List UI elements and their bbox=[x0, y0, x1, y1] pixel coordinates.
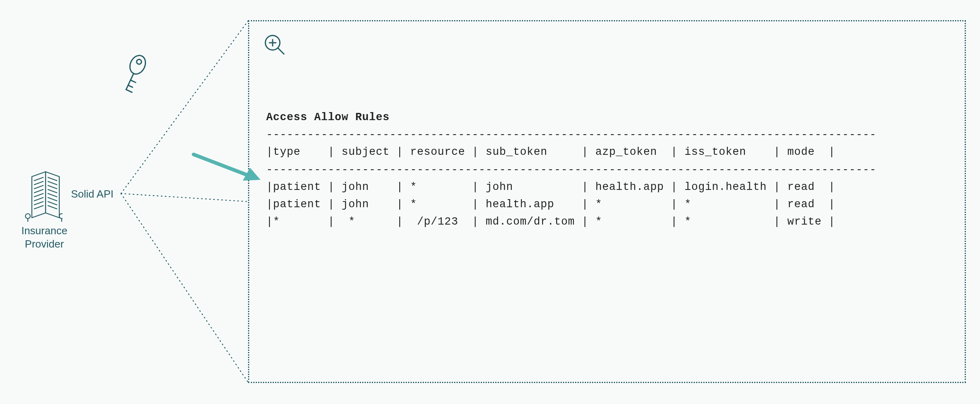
rules-title: Access Allow Rules bbox=[266, 111, 390, 123]
svg-line-30 bbox=[121, 194, 248, 382]
svg-point-23 bbox=[136, 58, 142, 65]
svg-line-26 bbox=[128, 85, 133, 87]
key-icon bbox=[113, 52, 153, 97]
svg-line-5 bbox=[34, 190, 43, 193]
svg-line-4 bbox=[34, 185, 43, 189]
provider-label-line2: Provider bbox=[25, 238, 64, 250]
svg-line-32 bbox=[278, 48, 284, 54]
svg-point-18 bbox=[25, 214, 30, 219]
svg-point-22 bbox=[127, 53, 148, 77]
svg-line-16 bbox=[48, 202, 57, 205]
svg-line-10 bbox=[48, 177, 57, 181]
svg-line-9 bbox=[34, 206, 43, 209]
svg-line-14 bbox=[48, 194, 57, 197]
api-label: Solid API bbox=[71, 188, 114, 200]
building-icon bbox=[22, 169, 63, 222]
svg-line-17 bbox=[48, 206, 57, 209]
svg-line-29 bbox=[121, 194, 248, 202]
svg-point-20 bbox=[59, 214, 63, 219]
table-row: |patient | john | * | health.app | * | *… bbox=[266, 198, 835, 210]
zoom-in-icon bbox=[262, 32, 286, 56]
table-row: |* | * | /p/123 | md.com/dr.tom | * | * … bbox=[266, 216, 835, 228]
rules-hr2: ----------------------------------------… bbox=[266, 164, 876, 176]
svg-line-8 bbox=[34, 202, 43, 205]
svg-line-15 bbox=[48, 198, 57, 201]
svg-line-2 bbox=[34, 177, 43, 181]
svg-line-27 bbox=[126, 90, 132, 92]
svg-line-7 bbox=[34, 198, 43, 201]
rules-header-row: |type | subject | resource | sub_token |… bbox=[266, 146, 835, 158]
diagram-stage: Solid API Insurance Provider bbox=[0, 0, 980, 404]
svg-line-12 bbox=[48, 185, 57, 189]
svg-line-3 bbox=[34, 181, 43, 185]
table-row: |patient | john | * | john | health.app … bbox=[266, 181, 835, 193]
provider-label: Insurance Provider bbox=[8, 224, 81, 250]
provider-label-line1: Insurance bbox=[21, 225, 67, 237]
svg-line-25 bbox=[131, 80, 136, 83]
svg-line-35 bbox=[194, 154, 249, 176]
rules-hr1: ----------------------------------------… bbox=[266, 129, 876, 141]
svg-line-11 bbox=[48, 181, 57, 185]
arrow-icon bbox=[190, 144, 262, 185]
svg-line-13 bbox=[48, 190, 57, 193]
access-rules-block: Access Allow Rules ---------------------… bbox=[266, 109, 876, 231]
svg-line-6 bbox=[34, 194, 43, 197]
